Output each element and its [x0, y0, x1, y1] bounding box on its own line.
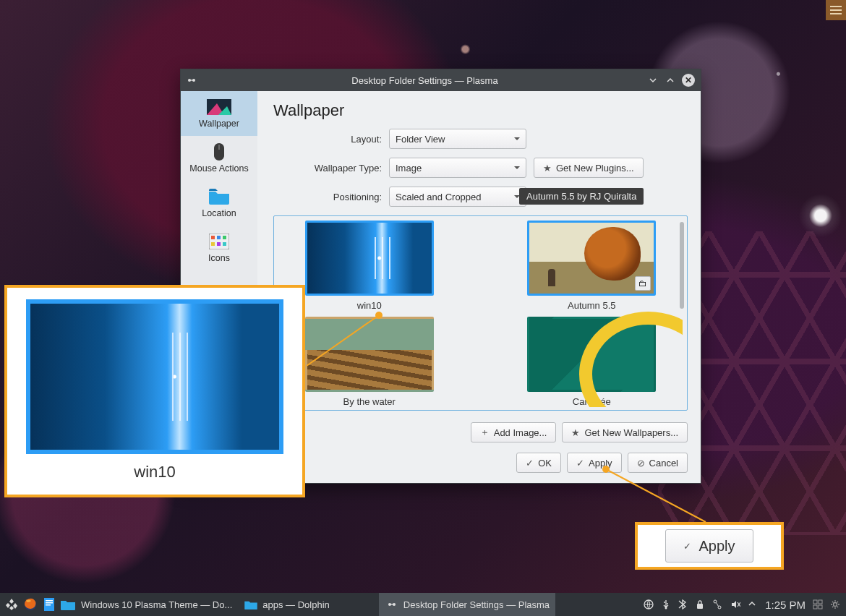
svg-point-28: [718, 606, 721, 609]
star-icon: ★: [543, 163, 552, 174]
svg-rect-20: [46, 602, 53, 604]
tooltip: Autumn 5.5 by RJ Quiralta: [519, 188, 644, 205]
wallpaper-icon: [207, 98, 231, 116]
layout-label: Layout:: [273, 134, 382, 145]
clock[interactable]: 1:25 PM: [765, 599, 806, 611]
add-image-button[interactable]: ＋Add Image...: [471, 422, 557, 442]
page-title: Wallpaper: [273, 101, 688, 120]
wallpaper-thumb[interactable]: [305, 221, 434, 296]
positioning-select[interactable]: Scaled and Cropped: [389, 187, 526, 207]
svg-rect-19: [46, 600, 53, 602]
wallpaper-thumb[interactable]: 🗀: [527, 221, 656, 296]
svg-rect-31: [813, 605, 817, 609]
sidebar-item-label: Mouse Actions: [189, 163, 248, 174]
callout-apply-button: ✓Apply: [665, 529, 753, 562]
wallpaper-item-canopee[interactable]: Canopée: [510, 317, 675, 407]
callout-wallpaper-zoom: win10: [4, 285, 305, 497]
chevron-up-icon[interactable]: [748, 599, 758, 609]
kate-icon[interactable]: [42, 597, 56, 612]
svg-rect-5: [218, 145, 220, 150]
dolphin-icon: [244, 597, 258, 612]
sidebar-item-label: Wallpaper: [199, 119, 239, 129]
taskbar-task-2[interactable]: apps — Dolphin: [238, 593, 336, 616]
svg-point-25: [665, 607, 667, 609]
maximize-button[interactable]: [665, 74, 676, 86]
callout-apply-zoom: ✓Apply: [635, 522, 784, 570]
wallpaper-item-autumn[interactable]: 🗀 Autumn 5.5: [510, 221, 675, 311]
close-button[interactable]: ✕: [682, 74, 695, 87]
wallpaper-item-win10[interactable]: win10: [287, 221, 452, 311]
callout-thumb-label: win10: [134, 463, 175, 482]
svg-rect-9: [223, 236, 226, 239]
lock-icon[interactable]: [696, 599, 706, 609]
usb-icon[interactable]: [661, 599, 671, 609]
settings-icon[interactable]: [830, 599, 840, 609]
scrollbar[interactable]: [680, 222, 684, 309]
check-icon: ✓: [683, 541, 691, 552]
network-icon[interactable]: [644, 599, 654, 609]
task-label: apps — Dolphin: [262, 599, 330, 610]
minimize-button[interactable]: [647, 74, 659, 86]
volume-icon[interactable]: [730, 599, 740, 609]
svg-rect-11: [217, 242, 221, 246]
wallpaper-label: win10: [357, 300, 382, 311]
wallpaper-grid: win10 🗀 Autumn 5.5 By the water: [273, 215, 688, 411]
sidebar-item-label: Icons: [208, 253, 230, 263]
layout-select[interactable]: Folder View: [389, 129, 526, 149]
firefox-icon[interactable]: [23, 597, 38, 612]
star-icon: ★: [571, 427, 580, 438]
svg-rect-29: [813, 600, 817, 604]
sidebar-item-wallpaper[interactable]: Wallpaper: [181, 91, 257, 136]
app-launcher-icon[interactable]: [4, 597, 19, 612]
svg-rect-26: [697, 604, 703, 609]
sidebar-item-label: Location: [202, 208, 236, 218]
taskbar-task-1[interactable]: Windows 10 Plasma Theme — Do...: [75, 593, 238, 616]
task-label: Desktop Folder Settings — Plasma: [403, 599, 550, 610]
open-containing-folder-icon[interactable]: 🗀: [635, 276, 651, 291]
sidebar-item-location[interactable]: Location: [181, 181, 257, 226]
sidebar-item-icons[interactable]: Icons: [181, 226, 257, 270]
svg-rect-10: [211, 242, 215, 246]
svg-rect-32: [819, 605, 822, 609]
clipboard-icon[interactable]: [713, 599, 723, 609]
task-label: Windows 10 Plasma Theme — Do...: [81, 599, 232, 610]
svg-rect-21: [46, 604, 51, 606]
folder-icon: [207, 188, 231, 205]
taskbar[interactable]: Windows 10 Plasma Theme — Do... apps — D…: [0, 593, 846, 616]
wallpaper-item-by-the-water[interactable]: By the water: [287, 317, 452, 407]
sidebar-item-mouse-actions[interactable]: Mouse Actions: [181, 136, 257, 181]
wallpaper-thumb[interactable]: [305, 317, 434, 392]
main-panel: Wallpaper Layout: Folder View Wallpaper …: [257, 91, 701, 483]
cancel-button[interactable]: ⊘Cancel: [628, 453, 688, 473]
window-title: Desktop Folder Settings — Plasma: [202, 75, 647, 86]
positioning-label: Positioning:: [273, 192, 382, 202]
show-desktop-icon[interactable]: [813, 599, 823, 609]
callout-thumb: [26, 299, 283, 454]
window-icon: [181, 74, 202, 86]
icons-icon: [207, 233, 231, 250]
get-new-wallpapers-button[interactable]: ★Get New Wallpapers...: [562, 422, 688, 442]
svg-point-33: [834, 603, 837, 607]
svg-rect-8: [217, 236, 221, 239]
get-new-plugins-button[interactable]: ★Get New Plugins...: [534, 158, 644, 178]
svg-rect-12: [223, 242, 226, 246]
check-icon: ✓: [576, 458, 584, 469]
bluetooth-icon[interactable]: [678, 599, 688, 609]
ok-button[interactable]: ✓OK: [516, 453, 561, 473]
mouse-icon: [207, 143, 231, 161]
wallpaper-type-label: Wallpaper Type:: [273, 163, 382, 174]
svg-rect-30: [819, 600, 822, 604]
svg-point-27: [714, 600, 717, 603]
wallpaper-type-select[interactable]: Image: [389, 158, 526, 178]
svg-rect-7: [211, 236, 215, 239]
taskbar-task-3[interactable]: Desktop Folder Settings — Plasma: [379, 593, 555, 616]
dolphin-icon[interactable]: [61, 597, 75, 612]
plasma-icon: [385, 597, 399, 612]
plasma-menu-button[interactable]: [826, 0, 846, 20]
titlebar[interactable]: Desktop Folder Settings — Plasma ✕: [181, 69, 701, 91]
system-tray: 1:25 PM: [644, 599, 846, 611]
check-icon: ✓: [526, 458, 534, 469]
plus-icon: ＋: [480, 426, 490, 439]
wallpaper-thumb[interactable]: [527, 317, 656, 392]
apply-button[interactable]: ✓Apply: [567, 453, 622, 473]
